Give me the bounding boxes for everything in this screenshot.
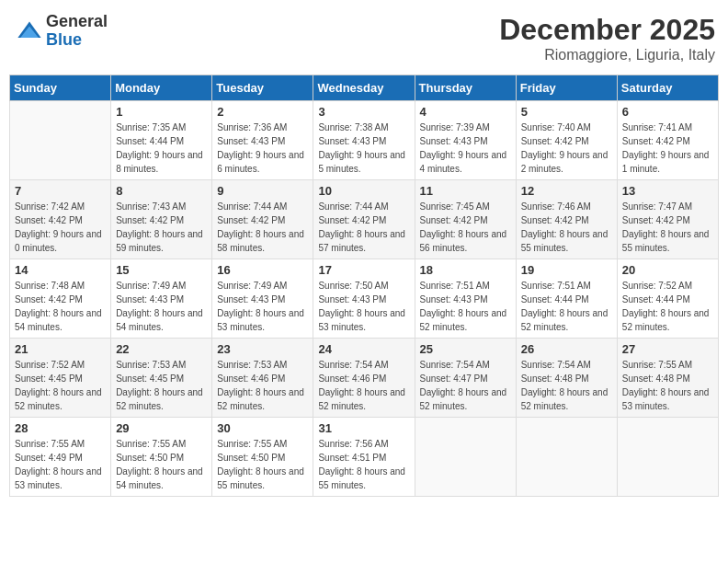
calendar-cell: 21Sunrise: 7:52 AMSunset: 4:45 PMDayligh… — [10, 339, 111, 418]
calendar-table: SundayMondayTuesdayWednesdayThursdayFrid… — [9, 75, 719, 497]
calendar-cell: 18Sunrise: 7:51 AMSunset: 4:43 PMDayligh… — [415, 259, 516, 339]
calendar-cell: 28Sunrise: 7:55 AMSunset: 4:49 PMDayligh… — [10, 418, 111, 497]
day-number: 26 — [521, 342, 612, 356]
weekday-header-monday: Monday — [111, 75, 212, 101]
calendar-cell: 14Sunrise: 7:48 AMSunset: 4:42 PMDayligh… — [10, 259, 111, 339]
day-number: 11 — [420, 184, 511, 198]
calendar-cell: 8Sunrise: 7:43 AMSunset: 4:42 PMDaylight… — [111, 180, 212, 259]
calendar-cell: 23Sunrise: 7:53 AMSunset: 4:46 PMDayligh… — [212, 339, 313, 418]
day-info: Sunrise: 7:55 AMSunset: 4:49 PMDaylight:… — [15, 437, 106, 492]
day-number: 21 — [15, 342, 106, 356]
day-number: 29 — [116, 421, 207, 435]
calendar-cell: 11Sunrise: 7:45 AMSunset: 4:42 PMDayligh… — [415, 180, 516, 259]
logo: General Blue — [17, 13, 108, 50]
day-number: 15 — [116, 263, 207, 277]
day-number: 3 — [318, 105, 409, 119]
day-number: 13 — [622, 184, 713, 198]
day-info: Sunrise: 7:49 AMSunset: 4:43 PMDaylight:… — [116, 279, 207, 334]
day-number: 16 — [217, 263, 308, 277]
day-info: Sunrise: 7:40 AMSunset: 4:42 PMDaylight:… — [521, 121, 612, 176]
calendar-cell: 12Sunrise: 7:46 AMSunset: 4:42 PMDayligh… — [516, 180, 617, 259]
logo-icon — [17, 18, 42, 44]
day-number: 1 — [116, 105, 207, 119]
day-info: Sunrise: 7:42 AMSunset: 4:42 PMDaylight:… — [15, 200, 106, 255]
calendar-cell: 27Sunrise: 7:55 AMSunset: 4:48 PMDayligh… — [617, 339, 718, 418]
day-number: 28 — [15, 421, 106, 435]
calendar-week-row: 28Sunrise: 7:55 AMSunset: 4:49 PMDayligh… — [10, 418, 719, 497]
day-number: 4 — [420, 105, 511, 119]
day-info: Sunrise: 7:55 AMSunset: 4:50 PMDaylight:… — [116, 437, 207, 492]
calendar-cell: 19Sunrise: 7:51 AMSunset: 4:44 PMDayligh… — [516, 259, 617, 339]
day-number: 27 — [622, 342, 713, 356]
calendar-cell: 26Sunrise: 7:54 AMSunset: 4:48 PMDayligh… — [516, 339, 617, 418]
day-number: 14 — [15, 263, 106, 277]
day-number: 25 — [420, 342, 511, 356]
day-number: 23 — [217, 342, 308, 356]
logo-blue-text: Blue — [46, 31, 108, 50]
day-info: Sunrise: 7:51 AMSunset: 4:44 PMDaylight:… — [521, 279, 612, 334]
calendar-cell: 20Sunrise: 7:52 AMSunset: 4:44 PMDayligh… — [617, 259, 718, 339]
weekday-header-saturday: Saturday — [617, 75, 718, 101]
day-number: 6 — [622, 105, 713, 119]
calendar-header-row: SundayMondayTuesdayWednesdayThursdayFrid… — [10, 75, 719, 101]
day-number: 5 — [521, 105, 612, 119]
day-number: 2 — [217, 105, 308, 119]
calendar-cell: 2Sunrise: 7:36 AMSunset: 4:43 PMDaylight… — [212, 101, 313, 180]
page-header: General Blue December 2025 Riomaggiore, … — [9, 9, 719, 67]
calendar-cell: 24Sunrise: 7:54 AMSunset: 4:46 PMDayligh… — [313, 339, 415, 418]
calendar-cell: 1Sunrise: 7:35 AMSunset: 4:44 PMDaylight… — [111, 101, 212, 180]
day-number: 20 — [622, 263, 713, 277]
day-info: Sunrise: 7:53 AMSunset: 4:45 PMDaylight:… — [116, 358, 207, 413]
weekday-header-thursday: Thursday — [415, 75, 516, 101]
day-info: Sunrise: 7:54 AMSunset: 4:46 PMDaylight:… — [318, 358, 409, 413]
weekday-header-sunday: Sunday — [10, 75, 111, 101]
calendar-cell: 17Sunrise: 7:50 AMSunset: 4:43 PMDayligh… — [313, 259, 415, 339]
calendar-cell — [10, 101, 111, 180]
calendar-cell: 4Sunrise: 7:39 AMSunset: 4:43 PMDaylight… — [415, 101, 516, 180]
day-number: 22 — [116, 342, 207, 356]
calendar-cell: 9Sunrise: 7:44 AMSunset: 4:42 PMDaylight… — [212, 180, 313, 259]
day-number: 30 — [217, 421, 308, 435]
day-info: Sunrise: 7:54 AMSunset: 4:47 PMDaylight:… — [420, 358, 511, 413]
day-info: Sunrise: 7:53 AMSunset: 4:46 PMDaylight:… — [217, 358, 308, 413]
weekday-header-friday: Friday — [516, 75, 617, 101]
day-number: 12 — [521, 184, 612, 198]
day-info: Sunrise: 7:47 AMSunset: 4:42 PMDaylight:… — [622, 200, 713, 255]
calendar-week-row: 7Sunrise: 7:42 AMSunset: 4:42 PMDaylight… — [10, 180, 719, 259]
day-info: Sunrise: 7:51 AMSunset: 4:43 PMDaylight:… — [420, 279, 511, 334]
day-number: 31 — [318, 421, 409, 435]
calendar-cell: 10Sunrise: 7:44 AMSunset: 4:42 PMDayligh… — [313, 180, 415, 259]
day-info: Sunrise: 7:36 AMSunset: 4:43 PMDaylight:… — [217, 121, 308, 176]
day-number: 10 — [318, 184, 409, 198]
calendar-cell: 5Sunrise: 7:40 AMSunset: 4:42 PMDaylight… — [516, 101, 617, 180]
day-info: Sunrise: 7:44 AMSunset: 4:42 PMDaylight:… — [217, 200, 308, 255]
calendar-cell: 31Sunrise: 7:56 AMSunset: 4:51 PMDayligh… — [313, 418, 415, 497]
day-number: 17 — [318, 263, 409, 277]
calendar-cell: 16Sunrise: 7:49 AMSunset: 4:43 PMDayligh… — [212, 259, 313, 339]
day-info: Sunrise: 7:55 AMSunset: 4:50 PMDaylight:… — [217, 437, 308, 492]
calendar-cell — [415, 418, 516, 497]
day-info: Sunrise: 7:44 AMSunset: 4:42 PMDaylight:… — [318, 200, 409, 255]
day-info: Sunrise: 7:35 AMSunset: 4:44 PMDaylight:… — [116, 121, 207, 176]
day-info: Sunrise: 7:41 AMSunset: 4:42 PMDaylight:… — [622, 121, 713, 176]
calendar-cell: 22Sunrise: 7:53 AMSunset: 4:45 PMDayligh… — [111, 339, 212, 418]
day-number: 7 — [15, 184, 106, 198]
day-info: Sunrise: 7:46 AMSunset: 4:42 PMDaylight:… — [521, 200, 612, 255]
calendar-cell — [617, 418, 718, 497]
day-info: Sunrise: 7:45 AMSunset: 4:42 PMDaylight:… — [420, 200, 511, 255]
calendar-cell: 3Sunrise: 7:38 AMSunset: 4:43 PMDaylight… — [313, 101, 415, 180]
logo-general-text: General — [46, 13, 108, 31]
day-info: Sunrise: 7:50 AMSunset: 4:43 PMDaylight:… — [318, 279, 409, 334]
location-title: Riomaggiore, Liguria, Italy — [499, 47, 715, 63]
calendar-week-row: 1Sunrise: 7:35 AMSunset: 4:44 PMDaylight… — [10, 101, 719, 180]
calendar-cell — [516, 418, 617, 497]
calendar-cell: 30Sunrise: 7:55 AMSunset: 4:50 PMDayligh… — [212, 418, 313, 497]
day-info: Sunrise: 7:55 AMSunset: 4:48 PMDaylight:… — [622, 358, 713, 413]
calendar-cell: 7Sunrise: 7:42 AMSunset: 4:42 PMDaylight… — [10, 180, 111, 259]
day-info: Sunrise: 7:52 AMSunset: 4:44 PMDaylight:… — [622, 279, 713, 334]
day-info: Sunrise: 7:49 AMSunset: 4:43 PMDaylight:… — [217, 279, 308, 334]
calendar-week-row: 14Sunrise: 7:48 AMSunset: 4:42 PMDayligh… — [10, 259, 719, 339]
day-number: 19 — [521, 263, 612, 277]
day-number: 24 — [318, 342, 409, 356]
logo-text: General Blue — [46, 13, 108, 50]
